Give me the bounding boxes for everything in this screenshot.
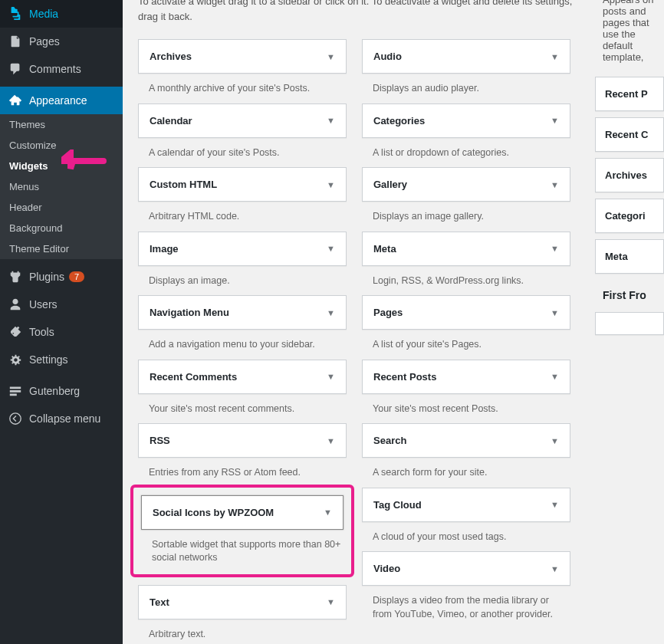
menu-users[interactable]: Users [0,291,123,318]
chevron-down-icon: ▼ [327,436,335,445]
section-title: First Fro [595,274,664,306]
svg-point-0 [10,413,21,424]
sidebar-area-item[interactable]: Recent P [595,77,664,111]
widget-col-left: Archives▼A monthly archive of your site'… [138,31,347,641]
sidebar-area-empty[interactable] [595,312,664,335]
collapse-icon [8,411,23,426]
menu-label: Gutenberg [29,385,80,397]
chevron-down-icon: ▼ [327,52,335,61]
media-icon [8,6,23,21]
menu-appearance[interactable]: Appearance [0,87,123,114]
chevron-down-icon: ▼ [327,308,335,317]
admin-sidebar: Media Pages Comments Appearance Themes C… [0,0,123,644]
sidebar-area-item[interactable]: Archives [595,158,664,192]
widget-calendar[interactable]: Calendar▼ [138,104,347,138]
menu-label: Appearance [29,94,87,107]
widget-description: A cloud of your most used tags. [362,522,570,544]
sidebar-area-item[interactable]: Meta [595,239,664,274]
menu-media[interactable]: Media [0,0,123,28]
widget-description: Your site's most recent Posts. [362,394,570,416]
annotation-arrow [61,150,107,172]
widget-description: Sortable widget that supports more than … [141,530,344,565]
submenu-themes[interactable]: Themes [0,114,123,135]
chevron-down-icon: ▼ [551,308,559,317]
widget-social-icons-by-wpzoom[interactable]: Social Icons by WPZOOM▼ [141,495,344,530]
widget-archives[interactable]: Archives▼ [138,39,347,74]
submenu-menus[interactable]: Menus [0,176,123,197]
menu-settings[interactable]: Settings [0,346,123,373]
widget-title: RSS [150,435,170,446]
widget-title: Custom HTML [150,179,217,190]
gutenberg-icon [8,383,23,399]
settings-icon [8,352,23,367]
widget-title: Recent Comments [150,371,237,383]
widget-rss[interactable]: RSS▼ [138,423,347,458]
widget-title: Recent Posts [373,371,436,383]
chevron-down-icon: ▼ [327,597,335,606]
comment-icon [8,61,23,77]
widget-recent-comments[interactable]: Recent Comments▼ [138,360,347,394]
sidebar-area-desc: Appears on posts and pages that use the … [595,0,664,71]
widget-description: Login, RSS, & WordPress.org links. [362,266,570,288]
widget-description: A list of your site's Pages. [362,330,570,352]
widget-search[interactable]: Search▼ [362,423,570,458]
widget-title: Gallery [373,179,407,190]
menu-label: Tools [29,326,54,338]
submenu-theme-editor[interactable]: Theme Editor [0,238,123,259]
widget-grid: Archives▼A monthly archive of your site'… [138,31,580,641]
widget-description: Displays an audio player. [362,74,570,96]
widget-image[interactable]: Image▼ [138,232,347,266]
sidebar-area-item[interactable]: Categori [595,199,664,233]
menu-pages[interactable]: Pages [0,28,123,55]
menu-label: Comments [29,63,81,75]
widget-recent-posts[interactable]: Recent Posts▼ [362,360,570,394]
submenu-header[interactable]: Header [0,197,123,218]
widget-tag-cloud[interactable]: Tag Cloud▼ [362,488,570,522]
menu-label: Settings [29,353,68,366]
plugin-icon [8,269,23,284]
chevron-down-icon: ▼ [551,436,559,445]
chevron-down-icon: ▼ [327,244,335,253]
widget-description: A monthly archive of your site's Posts. [138,74,347,96]
user-icon [8,297,23,312]
widget-categories[interactable]: Categories▼ [362,104,570,138]
widget-title: Social Icons by WPZOOM [153,507,274,518]
submenu-background[interactable]: Background [0,218,123,238]
widget-navigation-menu[interactable]: Navigation Menu▼ [138,295,347,330]
widget-text[interactable]: Text▼ [138,585,347,619]
sidebar-areas-panel: Appears on posts and pages that use the … [595,0,664,644]
page-icon [8,34,23,49]
widget-title: Navigation Menu [150,307,229,318]
intro-text: To activate a widget drag it to a sideba… [138,0,580,31]
widget-description: Entries from any RSS or Atom feed. [138,458,347,480]
widget-gallery[interactable]: Gallery▼ [362,167,570,202]
menu-collapse[interactable]: Collapse menu [0,405,123,432]
widget-meta[interactable]: Meta▼ [362,232,570,266]
update-badge: 7 [69,271,84,282]
main-content: To activate a widget drag it to a sideba… [123,0,595,644]
menu-gutenberg[interactable]: Gutenberg [0,377,123,405]
appearance-icon [8,93,23,108]
highlight-annotation: Social Icons by WPZOOM▼Sortable widget t… [130,485,354,577]
widget-pages[interactable]: Pages▼ [362,295,570,330]
widget-description: A calendar of your site's Posts. [138,138,347,160]
menu-tools[interactable]: Tools [0,318,123,346]
widget-title: Pages [373,307,403,318]
chevron-down-icon: ▼ [551,244,559,253]
widget-col-right: Audio▼Displays an audio player.Categorie… [362,31,570,641]
menu-label: Media [29,8,58,20]
menu-plugins[interactable]: Plugins 7 [0,263,123,291]
menu-label: Users [29,298,58,310]
widget-title: Audio [373,51,402,62]
widget-video[interactable]: Video▼ [362,551,570,586]
chevron-down-icon: ▼ [551,52,559,61]
chevron-down-icon: ▼ [551,372,559,381]
widget-title: Text [150,596,169,608]
widget-audio[interactable]: Audio▼ [362,39,570,74]
sidebar-area-item[interactable]: Recent C [595,117,664,152]
widget-custom-html[interactable]: Custom HTML▼ [138,167,347,202]
menu-comments[interactable]: Comments [0,55,123,83]
widget-description: Displays an image gallery. [362,202,570,224]
chevron-down-icon: ▼ [324,508,332,517]
menu-label: Collapse menu [29,412,100,425]
